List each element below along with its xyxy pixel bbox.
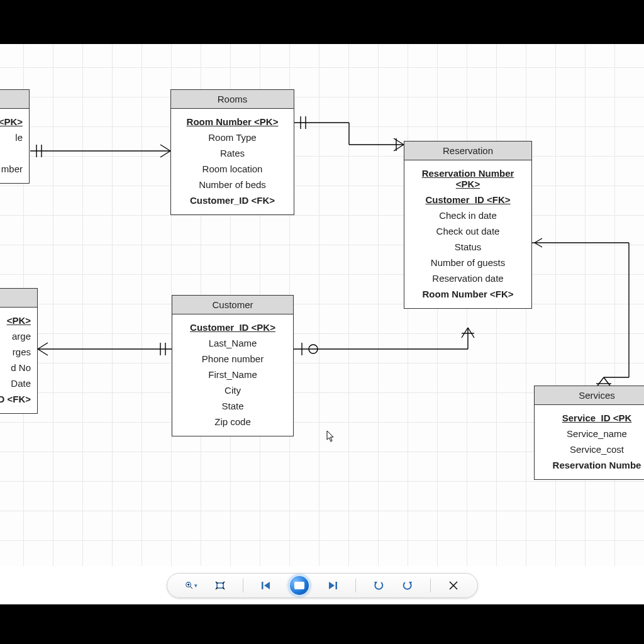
attr: Number of beds — [176, 177, 289, 192]
entity-services[interactable]: Services Service_ID <PK Service_name Ser… — [534, 386, 644, 480]
attr: Service_ID <PK — [540, 410, 644, 426]
attr: Reservation Numbe — [540, 457, 644, 473]
attr: arge — [0, 328, 32, 344]
svg-line-14 — [38, 343, 48, 349]
attr: Service_name — [540, 426, 644, 441]
svg-line-28 — [535, 238, 542, 243]
entity-rooms[interactable]: Rooms Room Number <PK> Room Type Rates R… — [170, 89, 294, 215]
attr: Reservation Number <PK> — [409, 165, 526, 192]
toolbar-separator — [355, 579, 356, 592]
attr: Customer_ID <FK> — [176, 192, 289, 208]
attr: Room location — [176, 161, 289, 177]
svg-marker-44 — [329, 582, 335, 589]
player-toolbar: ▾ — [167, 573, 478, 598]
attr: <PK> — [0, 114, 24, 130]
entity-partial-a[interactable]: s <PK> le mber — [0, 89, 30, 184]
entity-body: <PK> le mber — [0, 109, 29, 183]
svg-rect-42 — [262, 582, 264, 589]
entity-header: Services — [535, 386, 644, 405]
entity-header: s — [0, 90, 29, 109]
attr: Check out date — [409, 223, 526, 239]
entity-header: Rooms — [171, 90, 294, 109]
entity-body: Reservation Number <PK> Customer_ID <FK>… — [404, 160, 531, 308]
attr: D <FK> — [0, 391, 32, 407]
attr: State — [177, 398, 288, 414]
attr: Zip code — [177, 414, 288, 430]
letterbox-top — [0, 0, 644, 44]
entity-customer[interactable]: Customer Customer_ID <PK> Last_Name Phon… — [172, 295, 294, 436]
entity-header: Reservation — [404, 142, 531, 160]
svg-line-1 — [160, 145, 170, 151]
attr: Rates — [176, 145, 289, 161]
svg-point-21 — [309, 345, 318, 353]
attr: City — [177, 382, 288, 398]
svg-line-15 — [38, 349, 48, 355]
entity-partial-b[interactable]: g <PK> arge rges d No Date D <FK> — [0, 288, 38, 414]
toolbar-area: ▾ — [0, 566, 644, 604]
fit-screen-icon[interactable] — [214, 579, 226, 592]
entity-header: g — [0, 289, 37, 308]
attr: d No — [0, 360, 32, 375]
attr: Customer_ID <PK> — [177, 319, 288, 335]
diagram-viewport[interactable]: s <PK> le mber Rooms Room Number <PK> Ro… — [0, 44, 644, 566]
svg-line-11 — [394, 145, 404, 151]
svg-rect-37 — [217, 583, 223, 588]
attr: Status — [409, 239, 526, 255]
svg-line-34 — [190, 586, 192, 589]
attr: Room Number <FK> — [409, 286, 526, 302]
entity-body: Customer_ID <PK> Last_Name Phone number … — [172, 314, 293, 436]
attr — [0, 145, 24, 161]
redo-icon[interactable] — [401, 579, 414, 592]
attr: Room Number <PK> — [176, 114, 289, 130]
letterbox-bottom — [0, 604, 644, 644]
screen-icon — [294, 582, 304, 589]
zoom-icon[interactable]: ▾ — [185, 579, 197, 592]
last-icon[interactable] — [326, 579, 339, 592]
svg-rect-45 — [335, 582, 337, 589]
attr: Room Type — [176, 130, 289, 145]
attr: rges — [0, 344, 32, 360]
entity-reservation[interactable]: Reservation Reservation Number <PK> Cust… — [404, 141, 532, 309]
toolbar-separator — [430, 579, 431, 592]
svg-line-10 — [394, 138, 404, 145]
toolbar-separator — [243, 579, 243, 592]
entity-header: Customer — [172, 296, 293, 314]
svg-line-23 — [468, 328, 474, 338]
attr: Number of guests — [409, 255, 526, 270]
attr: Date — [0, 375, 32, 391]
cursor-icon — [326, 430, 335, 443]
close-icon[interactable] — [447, 579, 460, 592]
connectors — [0, 44, 644, 566]
attr: Phone number — [177, 351, 288, 367]
svg-line-2 — [160, 151, 170, 157]
entity-body: <PK> arge rges d No Date D <FK> — [0, 308, 37, 413]
svg-line-29 — [535, 243, 542, 247]
play-button[interactable] — [289, 575, 310, 596]
attr: mber — [0, 161, 24, 177]
attr: First_Name — [177, 367, 288, 382]
entity-body: Room Number <PK> Room Type Rates Room lo… — [171, 109, 294, 214]
attr: <PK> — [0, 313, 32, 328]
svg-marker-43 — [264, 582, 270, 589]
undo-icon[interactable] — [372, 579, 385, 592]
attr: Reservation date — [409, 270, 526, 286]
entity-body: Service_ID <PK Service_name Service_cost… — [535, 405, 644, 479]
attr: Check in date — [409, 208, 526, 223]
first-icon[interactable] — [260, 579, 272, 592]
diagram-canvas[interactable]: s <PK> le mber Rooms Room Number <PK> Ro… — [0, 44, 644, 566]
svg-line-22 — [462, 328, 468, 338]
attr: Service_cost — [540, 441, 644, 457]
attr: le — [0, 130, 24, 145]
attr: Customer_ID <FK> — [409, 192, 526, 208]
attr: Last_Name — [177, 335, 288, 351]
